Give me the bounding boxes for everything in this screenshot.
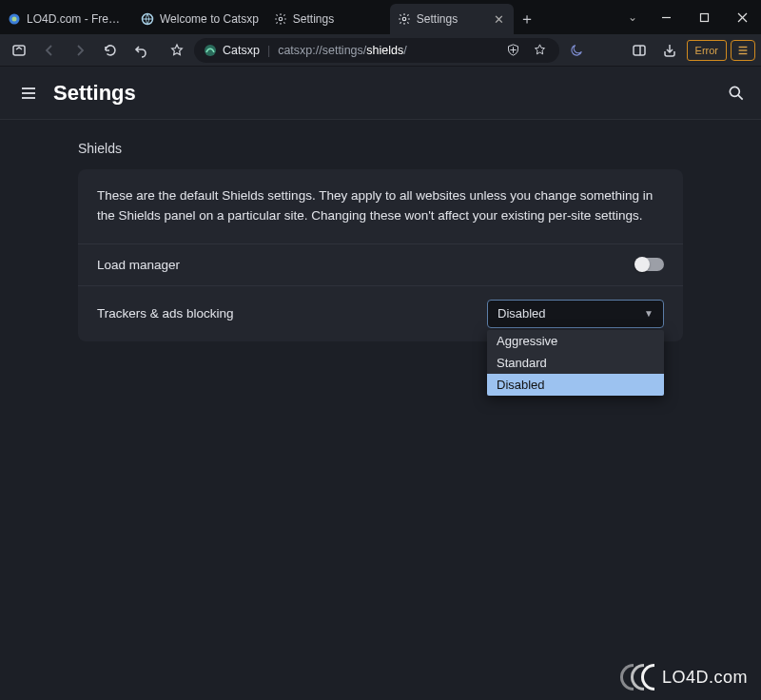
dropdown-option-aggressive[interactable]: Aggressive — [487, 330, 664, 352]
maximize-button[interactable] — [685, 3, 723, 31]
trackers-label: Trackers & ads blocking — [97, 306, 234, 321]
shields-card: These are the default Shields settings. … — [78, 169, 683, 341]
svg-point-1 — [12, 17, 17, 22]
reload-button[interactable] — [97, 37, 124, 64]
tab-label: LO4D.com - Free Sof — [27, 12, 126, 26]
svg-point-19 — [730, 87, 739, 96]
svg-point-10 — [205, 45, 216, 56]
gear-icon — [274, 12, 287, 26]
star-icon[interactable] — [531, 37, 550, 64]
night-mode-button[interactable] — [563, 37, 590, 64]
forward-button[interactable] — [67, 37, 93, 64]
minimize-button[interactable] — [647, 3, 685, 31]
load-manager-label: Load manager — [97, 258, 180, 272]
svg-rect-6 — [700, 13, 708, 21]
back-button[interactable] — [36, 37, 63, 64]
tab-1[interactable]: Welcome to Catsxp — [133, 4, 266, 34]
watermark-text: LO4D.com — [662, 668, 748, 688]
page-title: Settings — [53, 81, 727, 106]
tab-strip: LO4D.com - Free Sof Welcome to Catsxp Se… — [0, 0, 618, 34]
error-indicator-button[interactable]: Error — [687, 40, 727, 61]
watermark: LO4D.com — [615, 664, 748, 690]
shields-icon[interactable] — [504, 37, 523, 64]
panel-toggle-button[interactable] — [626, 37, 653, 64]
window-controls — [647, 0, 761, 34]
sidebar-toggle-button[interactable] — [6, 37, 32, 64]
chevron-down-icon: ▼ — [644, 308, 654, 319]
url-text: catsxp://settings/shields/ — [278, 44, 407, 57]
close-tab-icon[interactable]: ✕ — [493, 12, 506, 26]
settings-menu-button[interactable] — [19, 84, 40, 103]
load-manager-row: Load manager — [78, 244, 683, 286]
settings-content: Shields These are the default Shields se… — [0, 120, 761, 341]
catsxp-logo-icon — [204, 44, 217, 57]
shields-description: These are the default Shields settings. … — [78, 169, 683, 244]
tab-label: Settings — [293, 12, 382, 26]
tab-label: Settings — [417, 12, 487, 26]
close-window-button[interactable] — [723, 3, 761, 31]
new-tab-button[interactable]: ＋ — [514, 4, 540, 34]
select-value: Disabled — [498, 306, 546, 321]
svg-rect-11 — [634, 46, 645, 55]
downloads-button[interactable] — [656, 37, 683, 64]
site-identity[interactable]: Catsxp — [204, 44, 260, 57]
svg-line-20 — [738, 95, 743, 100]
load-manager-toggle[interactable] — [635, 258, 664, 271]
trackers-dropdown-menu: Aggressive Standard Disabled — [487, 330, 664, 396]
error-label: Error — [695, 45, 718, 56]
bookmark-star-button[interactable] — [164, 37, 190, 64]
trackers-row: Trackers & ads blocking Disabled ▼ Aggre… — [78, 286, 683, 341]
globe-icon — [141, 12, 154, 26]
settings-search-button[interactable] — [727, 84, 748, 103]
app-menu-button[interactable] — [731, 40, 755, 61]
tab-3-active[interactable]: Settings ✕ — [390, 4, 514, 34]
tab-dropdown-button[interactable]: ⌄ — [618, 0, 647, 34]
titlebar: LO4D.com - Free Sof Welcome to Catsxp Se… — [0, 0, 761, 34]
tab-2[interactable]: Settings — [266, 4, 390, 34]
lo4d-logo-icon — [615, 664, 654, 690]
trackers-select[interactable]: Disabled ▼ Aggressive Standard Disabled — [487, 300, 664, 328]
globe-icon — [8, 12, 21, 26]
toolbar: Catsxp | catsxp://settings/shields/ Erro… — [0, 34, 761, 67]
address-bar[interactable]: Catsxp | catsxp://settings/shields/ — [194, 38, 559, 63]
tab-label: Welcome to Catsxp — [160, 12, 259, 26]
svg-point-3 — [279, 17, 283, 21]
address-separator: | — [267, 44, 270, 57]
svg-point-4 — [402, 17, 406, 21]
settings-header: Settings — [0, 67, 761, 120]
section-title: Shields — [78, 141, 761, 156]
dropdown-option-disabled[interactable]: Disabled — [487, 374, 664, 396]
dropdown-option-standard[interactable]: Standard — [487, 352, 664, 374]
undo-button[interactable] — [127, 37, 154, 64]
site-brand-label: Catsxp — [223, 44, 260, 57]
gear-icon — [398, 12, 411, 26]
tab-0[interactable]: LO4D.com - Free Sof — [0, 4, 133, 34]
